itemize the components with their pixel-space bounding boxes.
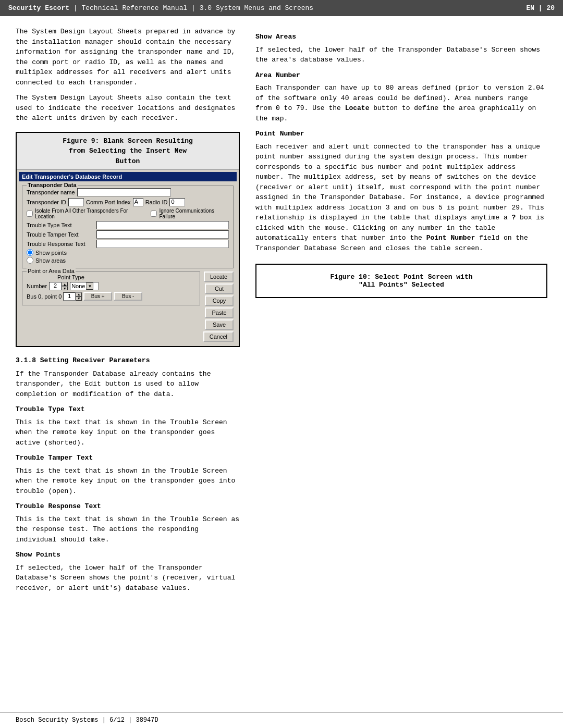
- radio-id-label: Radio ID: [145, 199, 168, 205]
- point-area-bottom: Point or Area Data Point Type Number 2: [22, 272, 234, 342]
- trouble-response-row: Trouble Response Text: [27, 240, 229, 248]
- bus-label: Bus 0, point 0: [27, 293, 62, 300]
- number-label: Number: [27, 283, 47, 289]
- cut-button[interactable]: Cut: [205, 283, 234, 294]
- locate-button[interactable]: Locate: [204, 272, 234, 282]
- bus-spinbox-down[interactable]: ▼: [76, 297, 82, 301]
- show-areas-label: Show areas: [35, 257, 66, 264]
- bus-spinbox-arrows: ▲ ▼: [76, 292, 82, 301]
- section-318: 3.1.8 Setting Receiver Parameters If the…: [16, 355, 240, 399]
- bus-plus-btn[interactable]: Bus +: [83, 292, 112, 301]
- area-number-section: Area Number Each Transponder can have up…: [255, 70, 547, 124]
- dialog-body: Transponder Data Transponder name Transp…: [19, 183, 237, 344]
- show-areas-radio[interactable]: [27, 257, 33, 264]
- spinbox-arrows: ▲ ▼: [62, 282, 68, 290]
- comm-port-label: Comm Port Index: [86, 199, 131, 205]
- dialog-titlebar: Edit Transponder's Database Record: [19, 172, 237, 181]
- point-number-para: Each receiver and alert unit connected t…: [255, 142, 547, 254]
- main-content: The System Design Layout Sheets prepared…: [0, 16, 563, 609]
- trouble-response-label: Trouble Response Text: [27, 241, 94, 247]
- ignore-comm-checkbox[interactable]: [151, 211, 157, 217]
- trouble-tamper-row: Trouble Tamper Text: [27, 230, 229, 239]
- point-area-group: Point or Area Data Point Type Number 2: [22, 272, 200, 305]
- bus-minus-btn[interactable]: Bus -: [114, 292, 142, 301]
- trouble-tamper-input[interactable]: [96, 230, 229, 239]
- show-areas-heading: Show Areas: [255, 32, 547, 42]
- spinbox-down[interactable]: ▼: [62, 286, 68, 290]
- dropdown-arrow[interactable]: ▼: [86, 282, 93, 290]
- bus-spinbox-input[interactable]: 1: [63, 292, 76, 301]
- number-spinbox-input[interactable]: 2: [49, 282, 62, 290]
- point-area-title: Point or Area Data: [27, 268, 76, 274]
- trouble-response-heading: Trouble Response Text: [16, 501, 240, 512]
- dialog-buttons: Locate Cut Copy Paste Save Cancel: [203, 272, 234, 342]
- show-points-radio[interactable]: [27, 249, 33, 256]
- cancel-button[interactable]: Cancel: [203, 331, 234, 342]
- trouble-response-section: Trouble Response Text This is the text t…: [16, 501, 240, 545]
- show-points-label: Show points: [35, 250, 67, 256]
- trouble-tamper-para: This is the text that is shown in the Tr…: [16, 466, 240, 497]
- show-points-radio-row: Show points: [27, 249, 229, 256]
- figure-10-line1: Figure 10: Select Point Screen with: [330, 273, 472, 281]
- area-number-para: Each Transponder can have up to 80 areas…: [255, 83, 547, 124]
- intro-para-2: The System Design Layout Sheets also con…: [16, 93, 240, 124]
- number-spinbox[interactable]: 2 ▲ ▼: [49, 282, 68, 290]
- none-dropdown[interactable]: None ▼: [70, 282, 99, 290]
- trouble-tamper-heading: Trouble Tamper Text: [16, 453, 240, 463]
- header-subtitle: | Technical Reference Manual | 3.0 Syste…: [69, 4, 313, 12]
- transponder-group-title: Transponder Data: [27, 182, 78, 188]
- trouble-type-row: Trouble Type Text: [27, 221, 229, 229]
- trouble-type-input[interactable]: [96, 221, 229, 229]
- right-column: Show Areas If selected, the lower half o…: [255, 27, 547, 598]
- page-number: EN | 20: [526, 4, 555, 12]
- transponder-name-label: Transponder name: [27, 189, 75, 195]
- trouble-type-section: Trouble Type Text This is the text that …: [16, 404, 240, 448]
- paste-button[interactable]: Paste: [205, 307, 234, 318]
- page-header: Security Escort | Technical Reference Ma…: [0, 0, 563, 16]
- show-areas-para: If selected, the lower half of the Trans…: [255, 45, 547, 65]
- intro-para-1: The System Design Layout Sheets prepared…: [16, 27, 240, 88]
- copy-button[interactable]: Copy: [205, 295, 234, 306]
- section-318-heading: 3.1.8 Setting Receiver Parameters: [16, 355, 240, 366]
- save-button[interactable]: Save: [205, 319, 234, 330]
- figure-10-line2: "All Points" Selected: [359, 281, 444, 289]
- point-type-text: Point Type: [57, 274, 84, 280]
- dialog-transponder: Edit Transponder's Database Record Trans…: [17, 170, 239, 346]
- trouble-tamper-section: Trouble Tamper Text This is the text tha…: [16, 453, 240, 496]
- isolate-label: Isolate From All Other Transponders For …: [35, 208, 144, 219]
- bus-spinbox-up[interactable]: ▲: [76, 292, 82, 297]
- header-title: Security Escort | Technical Reference Ma…: [8, 4, 313, 12]
- transponder-id-row: Transponder ID Comm Port Index A Radio I…: [27, 198, 229, 206]
- point-number-heading: Point Number: [255, 129, 547, 139]
- bus-row: Bus 0, point 0 1 ▲ ▼ Bus +: [27, 292, 195, 301]
- figure-9-caption: Figure 9: Blank Screen Resulting from Se…: [17, 133, 239, 170]
- spinbox-up[interactable]: ▲: [62, 282, 68, 286]
- area-number-heading: Area Number: [255, 70, 547, 81]
- point-number-section: Point Number Each receiver and alert uni…: [255, 129, 547, 253]
- transponder-id-input[interactable]: [68, 198, 84, 206]
- point-area-left: Point or Area Data Point Type Number 2: [22, 272, 200, 307]
- trouble-response-input[interactable]: [96, 240, 229, 248]
- section-318-para: If the Transponder Database already cont…: [16, 369, 240, 400]
- figure-9-box: Figure 9: Blank Screen Resulting from Se…: [16, 132, 240, 348]
- trouble-type-label: Trouble Type Text: [27, 222, 94, 228]
- show-points-section: Show Points If selected, the lower half …: [16, 550, 240, 593]
- transponder-id-label: Transponder ID: [27, 199, 66, 205]
- show-points-heading: Show Points: [16, 550, 240, 560]
- isolate-checkbox-row: Isolate From All Other Transponders For …: [27, 208, 229, 219]
- isolate-checkbox[interactable]: [27, 211, 33, 217]
- radio-id-input[interactable]: 0: [169, 198, 185, 206]
- footer-text: Bosch Security Systems | 6/12 | 38947D: [16, 717, 158, 724]
- show-points-para: If selected, the lower half of the Trans…: [16, 563, 240, 594]
- comm-port-input[interactable]: A: [133, 198, 143, 206]
- trouble-type-para: This is the text that is shown in the Tr…: [16, 417, 240, 448]
- product-name: Security Escort: [8, 4, 69, 12]
- show-areas-section: Show Areas If selected, the lower half o…: [255, 32, 547, 65]
- point-type-row: Point Type: [27, 274, 195, 280]
- ignore-comm-label: Ignore Communications Failure: [159, 208, 229, 219]
- transponder-name-input[interactable]: [77, 188, 171, 196]
- bus-spinbox[interactable]: 1 ▲ ▼: [63, 292, 82, 301]
- number-row: Number 2 ▲ ▼ None: [27, 282, 195, 290]
- page-footer: Bosch Security Systems | 6/12 | 38947D: [0, 712, 563, 728]
- show-areas-radio-row: Show areas: [27, 257, 229, 264]
